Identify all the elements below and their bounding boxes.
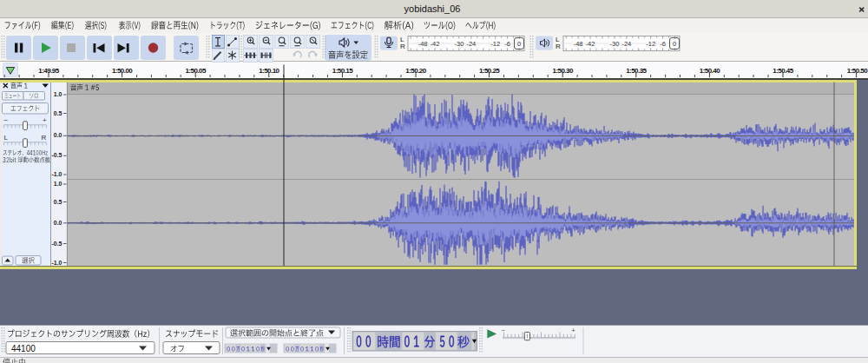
svg-text:-42: -42 <box>586 40 595 48</box>
svg-text:+: + <box>43 116 47 124</box>
svg-text:-12: -12 <box>490 40 500 48</box>
svg-text:−: − <box>502 327 505 333</box>
svg-text:1.0: 1.0 <box>54 181 62 187</box>
svg-text:-42: -42 <box>431 40 440 48</box>
svg-text:1:50.30: 1:50.30 <box>553 67 574 75</box>
svg-text:0: 0 <box>673 40 676 48</box>
svg-text:-24: -24 <box>621 40 631 48</box>
svg-text:-30: -30 <box>609 40 619 48</box>
svg-text:-48: -48 <box>418 40 428 48</box>
svg-text:-48: -48 <box>574 40 583 48</box>
svg-text:1:50.00: 1:50.00 <box>112 67 133 75</box>
svg-text:1:50.20: 1:50.20 <box>405 67 426 75</box>
svg-text:-6: -6 <box>660 40 666 48</box>
svg-text:0.5: 0.5 <box>54 199 62 205</box>
svg-text:1:50.25: 1:50.25 <box>479 67 500 75</box>
svg-text:L: L <box>4 134 9 142</box>
svg-text:−: − <box>4 116 9 124</box>
svg-text:-24: -24 <box>466 40 476 48</box>
svg-text:0: 0 <box>517 40 521 48</box>
svg-text:1:50.05: 1:50.05 <box>186 67 207 75</box>
svg-text:-6: -6 <box>504 40 510 48</box>
svg-text:R: R <box>400 43 405 50</box>
svg-text:R: R <box>42 134 47 142</box>
svg-text:+: + <box>572 327 575 333</box>
svg-text:-0.5: -0.5 <box>51 152 62 158</box>
svg-text:1:50.50: 1:50.50 <box>847 67 868 75</box>
svg-text:1:49.95: 1:49.95 <box>38 67 59 75</box>
svg-text:44100: 44100 <box>11 344 36 353</box>
svg-text:1:50.10: 1:50.10 <box>259 67 279 75</box>
svg-text:-12: -12 <box>646 40 655 48</box>
svg-text:-1.0: -1.0 <box>51 260 62 266</box>
svg-text:1:50.45: 1:50.45 <box>773 67 793 75</box>
svg-text:1:50.35: 1:50.35 <box>626 67 647 75</box>
svg-text:1.0: 1.0 <box>54 91 62 97</box>
svg-text:0.0: 0.0 <box>54 132 62 138</box>
svg-text:-0.5: -0.5 <box>51 241 62 247</box>
svg-text:0.5: 0.5 <box>54 110 62 116</box>
svg-text:R: R <box>556 43 561 50</box>
svg-text:1:50.40: 1:50.40 <box>700 67 720 75</box>
svg-text:0.0: 0.0 <box>54 220 62 226</box>
svg-text:-1.0: -1.0 <box>51 171 62 177</box>
svg-text:-30: -30 <box>454 40 464 48</box>
svg-text:1:50.15: 1:50.15 <box>332 67 353 75</box>
